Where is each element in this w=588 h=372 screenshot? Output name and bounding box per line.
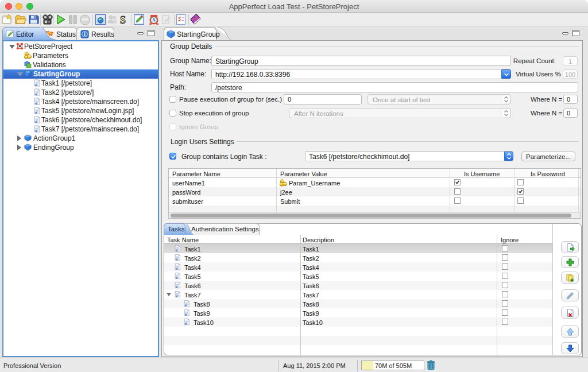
svg-text:S: S [120,14,126,26]
svg-text:i: i [84,32,86,37]
